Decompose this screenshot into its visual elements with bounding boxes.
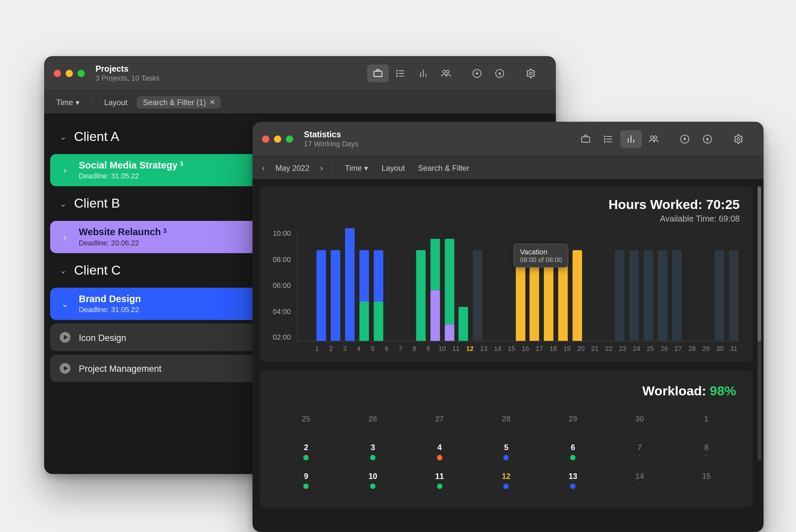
x-tick: 20 — [575, 345, 587, 352]
chart-column[interactable] — [486, 228, 498, 341]
calendar-day-number: 1 — [704, 414, 708, 423]
calendar-day-number: 2 — [304, 443, 308, 452]
chart-column[interactable] — [571, 228, 583, 341]
x-tick: 19 — [561, 345, 573, 352]
chart-column[interactable] — [429, 228, 441, 341]
close-icon[interactable] — [54, 70, 61, 77]
chart-column[interactable] — [585, 228, 598, 341]
y-tick: 10:00 — [273, 229, 291, 238]
x-tick: 16 — [519, 345, 531, 352]
chart-column[interactable] — [599, 228, 612, 341]
import-button[interactable] — [674, 130, 696, 148]
chart-column[interactable] — [329, 228, 342, 341]
chart-column[interactable] — [443, 228, 455, 341]
chart-column[interactable] — [727, 228, 740, 341]
chart-column[interactable] — [400, 228, 413, 341]
svg-point-4 — [397, 70, 398, 71]
zoom-icon[interactable] — [286, 135, 293, 142]
chart-column[interactable] — [457, 228, 470, 341]
time-menu[interactable]: Time▾ — [52, 95, 83, 109]
x-tick: 30 — [714, 345, 726, 352]
layout-menu[interactable]: Layout — [100, 95, 131, 109]
chart-column[interactable] — [656, 228, 669, 341]
settings-button[interactable] — [728, 130, 749, 148]
y-tick: 02:00 — [273, 333, 291, 341]
chart-column[interactable] — [613, 228, 626, 341]
settings-button[interactable] — [520, 64, 542, 82]
calendar-day-number: 3 — [371, 443, 375, 452]
chart-column[interactable] — [344, 228, 356, 341]
project-deadline: Deadline: 31.05.22 — [79, 172, 184, 180]
minimize-icon[interactable] — [274, 135, 281, 142]
x-tick: 26 — [658, 345, 670, 352]
chart-column[interactable] — [301, 228, 313, 341]
view-briefcase-button[interactable] — [575, 130, 596, 148]
time-menu[interactable]: Time▾ — [341, 161, 372, 174]
chart-column[interactable] — [372, 228, 384, 341]
calendar-day[interactable]: 9 — [273, 469, 340, 498]
scrollbar[interactable] — [758, 186, 761, 461]
chart-column[interactable] — [713, 228, 725, 341]
y-axis: 10:0008:0006:0004:0002:00 — [273, 228, 291, 342]
calendar-day[interactable]: 5 — [473, 440, 539, 469]
view-briefcase-button[interactable] — [367, 64, 389, 82]
workload-panel: Workload: 98% 25262728293012345678910111… — [260, 370, 753, 508]
chart-column[interactable] — [415, 228, 427, 341]
close-filter-icon[interactable]: ✕ — [210, 98, 215, 106]
stats-subbar: ‹ May 2022 › Time▾ Layout Search & Filte… — [252, 156, 763, 179]
bar-segment — [444, 239, 454, 324]
calendar-day: 26 — [340, 412, 406, 440]
view-people-button[interactable] — [435, 64, 457, 82]
client-name: Client A — [74, 129, 119, 145]
calendar-dot-icon — [504, 483, 509, 489]
tooltip-sub: 08:00 of 08:00 — [520, 256, 562, 263]
svg-point-29 — [737, 137, 740, 140]
play-icon[interactable] — [60, 332, 70, 343]
chart-column[interactable] — [642, 228, 655, 341]
calendar-day[interactable]: 10 — [340, 469, 406, 498]
chevron-down-icon: ⌄ — [60, 266, 67, 275]
calendar-day[interactable]: 13 — [539, 469, 606, 498]
calendar-day[interactable]: 11 — [406, 469, 473, 498]
search-filter-pill[interactable]: Search & Filter (1) ✕ — [137, 96, 221, 109]
bar-segment — [374, 250, 383, 301]
chart-column[interactable] — [671, 228, 683, 341]
calendar-day[interactable]: 4 — [406, 440, 473, 469]
svg-point-19 — [604, 136, 605, 137]
view-list-button[interactable] — [390, 64, 411, 82]
view-stats-button[interactable] — [620, 130, 642, 148]
calendar-day[interactable]: 3 — [340, 440, 406, 469]
bar-segment — [345, 228, 355, 341]
calendar-day[interactable]: 6 — [539, 440, 606, 469]
chart-column[interactable] — [358, 228, 370, 341]
view-list-button[interactable] — [598, 130, 619, 148]
chart-column[interactable] — [500, 228, 512, 341]
view-people-button[interactable] — [643, 130, 665, 148]
chart-column[interactable] — [472, 228, 484, 341]
minimize-icon[interactable] — [66, 70, 73, 77]
month-label[interactable]: May 2022 — [272, 161, 313, 174]
chart-column[interactable] — [315, 228, 327, 341]
calendar-day-number: 7 — [638, 443, 642, 452]
prev-month-button[interactable]: ‹ — [261, 163, 266, 172]
search-filter[interactable]: Search & Filter — [415, 161, 473, 174]
layout-menu[interactable]: Layout — [378, 161, 409, 174]
view-stats-button[interactable] — [413, 64, 434, 82]
calendar-day[interactable]: 12 — [473, 469, 539, 498]
next-month-button[interactable]: › — [319, 163, 324, 172]
calendar-dot-icon — [570, 455, 575, 460]
zoom-icon[interactable] — [78, 70, 85, 77]
chart-column[interactable] — [699, 228, 711, 341]
import-button[interactable] — [466, 64, 488, 82]
close-icon[interactable] — [262, 135, 269, 142]
export-button[interactable] — [489, 64, 510, 82]
x-tick: 4 — [353, 345, 364, 352]
calendar-day[interactable]: 2 — [273, 440, 340, 469]
calendar-day-number: 12 — [502, 472, 510, 480]
chevron-down-icon: ▾ — [364, 163, 368, 172]
chart-column[interactable] — [685, 228, 697, 341]
chart-column[interactable] — [628, 228, 640, 341]
chart-column[interactable] — [386, 228, 398, 341]
play-icon[interactable] — [60, 363, 70, 374]
export-button[interactable] — [697, 130, 718, 148]
